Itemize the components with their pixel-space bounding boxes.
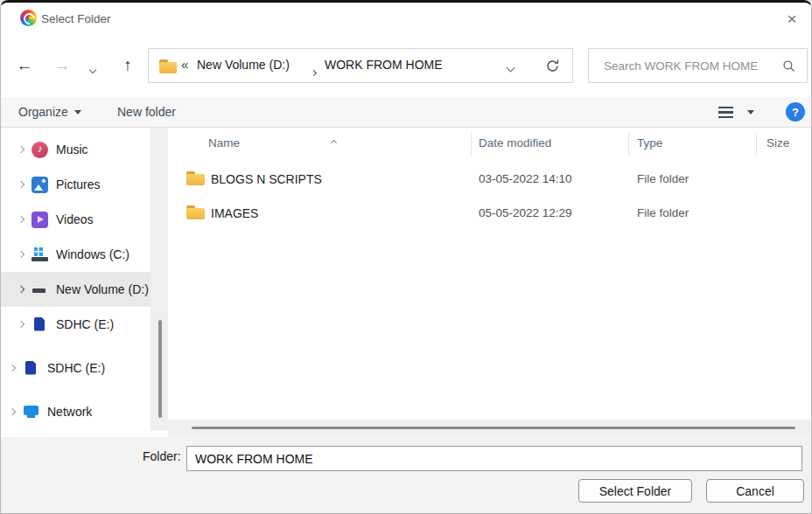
up-button[interactable]: ↑ bbox=[115, 52, 141, 79]
column-header-size[interactable]: Size bbox=[766, 136, 789, 149]
back-button[interactable]: ← bbox=[11, 52, 38, 79]
forward-button[interactable]: → bbox=[49, 52, 75, 79]
refresh-icon bbox=[545, 59, 560, 73]
select-folder-dialog: Select Folder × ← → ↑ « New Volume (D:) … bbox=[0, 0, 812, 514]
file-list: Name Date modified Type Size BLOGS N SCR… bbox=[168, 128, 812, 437]
view-mode-button[interactable] bbox=[714, 97, 737, 127]
pictures-icon bbox=[32, 177, 48, 193]
overflow-chevron-icon[interactable]: « bbox=[181, 57, 188, 72]
column-header-date-modified[interactable]: Date modified bbox=[479, 136, 551, 149]
folder-field-label: Folder: bbox=[143, 449, 181, 463]
file-date: 05-05-2022 12:29 bbox=[479, 206, 572, 219]
recent-locations-button[interactable] bbox=[88, 62, 98, 73]
sidebar-item-sdhc-e[interactable]: SDHC (E:) bbox=[1, 307, 150, 342]
dialog-body: Music Pictures Videos Windows (C:) New V bbox=[1, 128, 811, 437]
file-name: IMAGES bbox=[211, 206, 258, 220]
expand-chevron-icon[interactable] bbox=[18, 251, 24, 258]
sort-ascending-icon bbox=[332, 133, 336, 149]
horizontal-scrollbar-thumb[interactable] bbox=[192, 427, 795, 429]
refresh-button[interactable] bbox=[544, 59, 560, 74]
vertical-scrollbar-thumb[interactable] bbox=[158, 320, 162, 418]
videos-icon bbox=[32, 212, 48, 228]
folder-icon bbox=[159, 59, 177, 73]
search-input[interactable] bbox=[589, 49, 807, 82]
chevron-down-icon bbox=[89, 66, 96, 73]
search-icon bbox=[782, 59, 796, 73]
network-icon bbox=[23, 404, 39, 420]
table-row[interactable]: BLOGS N SCRIPTS 03-05-2022 14:10 File fo… bbox=[168, 163, 812, 196]
file-date: 03-05-2022 14:10 bbox=[479, 172, 572, 185]
sidebar-item-windows-c[interactable]: Windows (C:) bbox=[1, 237, 150, 272]
windows-drive-icon bbox=[32, 247, 48, 263]
navigation-pane: Music Pictures Videos Windows (C:) New V bbox=[1, 128, 150, 437]
breadcrumb-drive[interactable]: New Volume (D:) bbox=[197, 58, 290, 72]
file-name: BLOGS N SCRIPTS bbox=[211, 172, 322, 186]
dropdown-triangle-icon bbox=[74, 110, 81, 115]
sidebar-item-sdhc-e-2[interactable]: SDHC (E:) bbox=[1, 351, 150, 386]
address-bar[interactable]: « New Volume (D:) WORK FROM HOME bbox=[148, 48, 573, 83]
expand-chevron-icon[interactable] bbox=[18, 286, 24, 293]
sidebar-item-pictures[interactable]: Pictures bbox=[1, 167, 150, 202]
expand-chevron-icon[interactable] bbox=[18, 216, 24, 223]
file-type: File folder bbox=[637, 172, 689, 185]
music-icon bbox=[32, 142, 48, 158]
sidebar-item-network[interactable]: Network bbox=[1, 394, 150, 429]
sidebar-item-music[interactable]: Music bbox=[1, 132, 150, 167]
address-dropdown-button[interactable] bbox=[503, 60, 517, 73]
column-divider[interactable] bbox=[756, 133, 757, 156]
table-row[interactable]: IMAGES 05-05-2022 12:29 File folder bbox=[168, 197, 812, 230]
navigation-bar: ← → ↑ « New Volume (D:) WORK FROM HOME bbox=[1, 38, 811, 97]
organize-label: Organize bbox=[18, 105, 68, 119]
column-header-name[interactable]: Name bbox=[208, 136, 240, 149]
sd-card-icon bbox=[32, 316, 48, 333]
dropdown-triangle-icon bbox=[747, 110, 754, 115]
sidebar-item-new-volume-d[interactable]: New Volume (D:) bbox=[1, 272, 150, 307]
vertical-scrollbar-track[interactable] bbox=[150, 128, 168, 431]
expand-chevron-icon[interactable] bbox=[18, 181, 24, 188]
horizontal-scrollbar-track[interactable] bbox=[168, 420, 812, 437]
close-button[interactable]: × bbox=[774, 6, 809, 32]
folder-icon bbox=[186, 205, 205, 220]
column-divider[interactable] bbox=[471, 133, 472, 156]
list-view-icon bbox=[718, 107, 733, 118]
expand-chevron-icon[interactable] bbox=[18, 321, 24, 328]
view-mode-dropdown-button[interactable] bbox=[742, 97, 760, 127]
drive-icon bbox=[32, 281, 48, 298]
breadcrumb-separator-icon bbox=[312, 63, 316, 79]
expand-chevron-icon[interactable] bbox=[18, 146, 24, 153]
expand-chevron-icon[interactable] bbox=[9, 365, 16, 372]
breadcrumb-folder[interactable]: WORK FROM HOME bbox=[325, 58, 443, 72]
command-toolbar: Organize New folder ? bbox=[1, 97, 811, 128]
cancel-button[interactable]: Cancel bbox=[706, 479, 804, 503]
folder-name-input[interactable] bbox=[186, 446, 802, 471]
new-folder-label: New folder bbox=[117, 105, 176, 119]
new-folder-button[interactable]: New folder bbox=[117, 97, 176, 127]
expand-chevron-icon[interactable] bbox=[9, 408, 16, 415]
column-divider[interactable] bbox=[628, 133, 629, 156]
organize-button[interactable]: Organize bbox=[18, 97, 81, 127]
search-box bbox=[588, 48, 808, 83]
select-folder-button[interactable]: Select Folder bbox=[578, 479, 692, 503]
file-type: File folder bbox=[637, 206, 689, 219]
column-header-type[interactable]: Type bbox=[637, 136, 662, 149]
chevron-down-icon bbox=[506, 64, 514, 73]
folder-icon bbox=[186, 171, 205, 186]
column-header-row: Name Date modified Type Size bbox=[168, 128, 812, 159]
titlebar: Select Folder × bbox=[1, 3, 811, 38]
dialog-footer: Folder: Select Folder Cancel bbox=[1, 437, 811, 514]
sidebar-item-videos[interactable]: Videos bbox=[1, 202, 150, 237]
sd-card-icon bbox=[23, 360, 39, 377]
window-title: Select Folder bbox=[41, 12, 111, 25]
app-icon bbox=[20, 10, 37, 26]
help-button[interactable]: ? bbox=[786, 102, 805, 122]
